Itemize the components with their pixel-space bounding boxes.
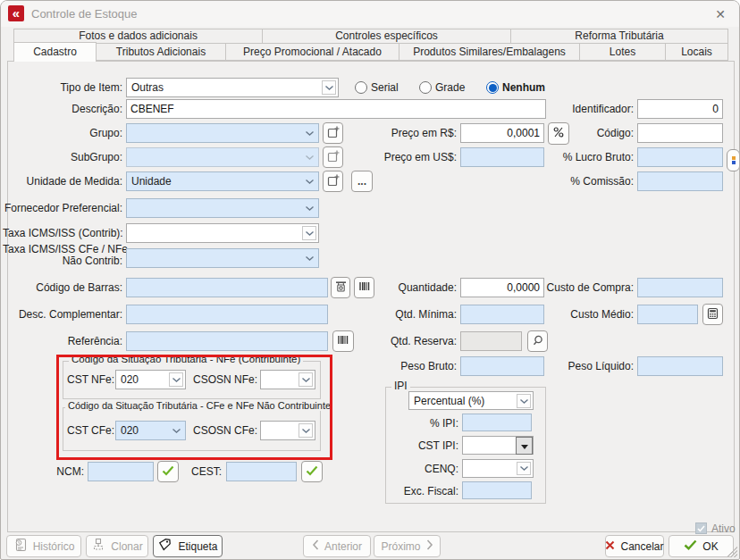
custo-compra-input[interactable] [637, 278, 723, 297]
grupo-select[interactable] [126, 123, 319, 143]
tab-produtos-similares[interactable]: Produtos Similares/Embalagens [399, 43, 580, 61]
new-item-icon [326, 149, 341, 166]
tab-controles-especificos[interactable]: Controles específicos [262, 29, 511, 44]
chevron-down-icon [517, 462, 531, 475]
clonar-button[interactable]: Clonar [86, 535, 148, 557]
subgrupo-select[interactable] [126, 147, 319, 167]
etiqueta-button[interactable]: Etiqueta [153, 535, 223, 557]
quantidade-input[interactable] [460, 278, 544, 297]
subgrupo-label: SubGrupo: [3, 147, 122, 167]
peso-bruto-input[interactable] [460, 356, 544, 376]
csosn-cfe-select[interactable] [260, 421, 315, 440]
radio-grade-label: Grade [435, 78, 465, 97]
calculator-button[interactable] [702, 304, 723, 325]
search-reserva-button[interactable] [527, 330, 548, 352]
anterior-button[interactable]: Anterior [303, 535, 371, 557]
ativo-checkbox[interactable] [695, 522, 707, 534]
desc-complementar-input[interactable] [126, 305, 328, 324]
tab-reforma-tributaria[interactable]: Reforma Tributária [510, 29, 728, 44]
history-icon [13, 538, 28, 555]
taxa-icms-cfe-select[interactable] [126, 248, 319, 268]
preco-rs-input[interactable] [460, 123, 544, 143]
quantidade-label: Quantidade: [371, 278, 457, 297]
ipi-mode-select[interactable]: Percentual (%) [408, 391, 534, 410]
app-logo-icon: « [8, 5, 24, 21]
peso-liquido-input[interactable] [637, 356, 723, 376]
ok-check-icon [684, 539, 697, 553]
desc-complementar-label: Desc. Complementar: [3, 305, 122, 324]
cest-input[interactable] [226, 462, 297, 481]
more-options-button[interactable]: ... [351, 171, 373, 192]
proximo-button[interactable]: Próximo [374, 535, 441, 557]
ellipsis-icon: ... [357, 175, 366, 188]
edge-tool-button[interactable] [727, 149, 740, 171]
cest-label: CEST: [183, 462, 222, 481]
tab-cadastro[interactable]: Cadastro [13, 42, 97, 62]
cst-nfe-select[interactable]: 020 [115, 370, 186, 389]
lucro-bruto-input[interactable] [637, 147, 723, 167]
tipo-de-item-select[interactable]: Outras [126, 78, 339, 97]
identificador-input[interactable] [637, 99, 723, 119]
exc-fiscal-input[interactable] [462, 481, 532, 499]
cancel-x-icon [605, 540, 615, 553]
cst-nfe-group-title: Código da Situação Tributária - NFe (Con… [69, 354, 303, 364]
cenq-select[interactable] [462, 459, 534, 478]
search-icon [532, 334, 544, 349]
comissao-input[interactable] [637, 171, 723, 191]
custo-medio-label: Custo Médio: [534, 305, 634, 324]
tab-label: Produtos Similares/Embalagens [413, 46, 566, 58]
codigo-barras-input[interactable] [126, 278, 328, 297]
tab-locais[interactable]: Locais [665, 43, 728, 61]
scale-button[interactable] [331, 277, 350, 298]
chevron-down-icon [302, 226, 316, 240]
cst-ipi-dropdown-button[interactable] [516, 437, 533, 455]
fornecedor-select[interactable] [126, 198, 319, 218]
cst-nfe-value: 020 [121, 371, 167, 389]
custo-compra-label: Custo de Compra: [534, 278, 634, 297]
historico-button[interactable]: Histórico [6, 535, 81, 557]
taxa-icms-contrib-select[interactable] [126, 223, 319, 243]
qtd-minima-input[interactable] [460, 305, 544, 324]
radio-nenhum[interactable] [486, 81, 499, 94]
tab-label: Preço Promocional / Atacado [243, 46, 382, 58]
radio-serial-label: Serial [371, 78, 399, 97]
unidade-medida-select[interactable]: Unidade [126, 171, 319, 191]
tab-lotes[interactable]: Lotes [579, 43, 666, 61]
fornecedor-label: Fornecedor Preferencial: [3, 198, 122, 218]
radio-grade[interactable] [419, 81, 432, 94]
cest-validate-button[interactable] [301, 461, 323, 482]
percent-ipi-input[interactable] [462, 414, 532, 431]
add-unidade-button[interactable] [323, 171, 343, 192]
resize-grip[interactable] [727, 547, 737, 557]
cancelar-button-label: Cancelar [620, 540, 663, 553]
tab-preco-promocional[interactable]: Preço Promocional / Atacado [225, 43, 399, 61]
add-grupo-button[interactable] [323, 122, 343, 144]
tab-tributos-adicionais[interactable]: Tributos Adicionais [96, 43, 226, 61]
chevron-down-icon [169, 372, 183, 387]
chevron-down-icon [169, 423, 183, 438]
ncm-input[interactable] [88, 462, 154, 481]
referencia-input[interactable] [126, 331, 328, 351]
cancelar-button[interactable]: Cancelar [605, 535, 664, 557]
ncm-validate-button[interactable] [157, 461, 179, 482]
qtd-reserva-label: Qtd. Reserva: [371, 331, 457, 351]
preco-us-input[interactable] [460, 147, 544, 167]
etiqueta-button-label: Etiqueta [178, 540, 217, 553]
close-icon[interactable]: ✕ [711, 4, 730, 24]
chevron-down-icon [299, 423, 313, 438]
tab-label: Locais [681, 46, 712, 58]
cst-cfe-label: CST CFe: [67, 421, 112, 440]
add-subgrupo-button[interactable] [323, 146, 343, 168]
custo-medio-input[interactable] [637, 305, 698, 324]
codigo-input[interactable] [637, 123, 723, 143]
chevron-down-icon [517, 394, 531, 408]
referencia-barcode-button[interactable] [332, 330, 354, 352]
ok-button[interactable]: OK [669, 535, 734, 557]
radio-serial[interactable] [355, 81, 367, 94]
qtd-reserva-input[interactable] [460, 331, 522, 351]
taxa-icms-cfe-label: Taxa ICMS/ISS CFe / NFe Não Contrib: [3, 244, 122, 267]
cst-cfe-select[interactable]: 020 [115, 421, 186, 440]
csosn-nfe-select[interactable] [260, 370, 315, 389]
descricao-input[interactable] [126, 99, 546, 119]
exc-fiscal-label: Exc. Fiscal: [391, 481, 458, 501]
